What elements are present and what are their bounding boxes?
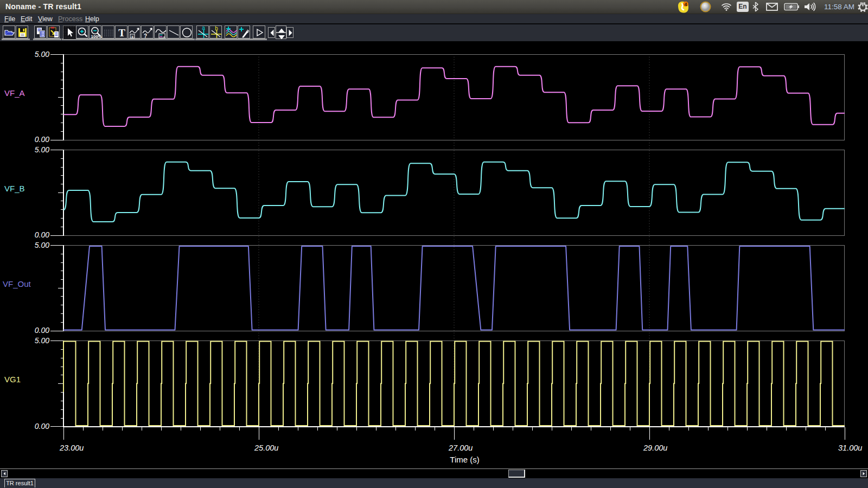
svg-text:VF_Out: VF_Out (3, 279, 31, 288)
svg-text:0.00: 0.00 (35, 135, 49, 144)
svg-text:0.00: 0.00 (35, 326, 49, 335)
svg-text:5.00: 5.00 (35, 145, 49, 154)
svg-text:Time (s): Time (s) (450, 455, 479, 464)
svg-text:31.00u: 31.00u (838, 444, 862, 452)
svg-text:0.00: 0.00 (35, 230, 49, 239)
svg-text:0.00: 0.00 (35, 422, 49, 431)
svg-text:29.00u: 29.00u (643, 444, 667, 452)
svg-text:27.00u: 27.00u (448, 444, 473, 452)
svg-text:VG1: VG1 (4, 375, 21, 384)
svg-text:VF_B: VF_B (4, 184, 25, 193)
svg-text:5.00: 5.00 (35, 336, 49, 345)
svg-text:VF_A: VF_A (4, 88, 25, 98)
svg-text:25.00u: 25.00u (254, 444, 278, 452)
svg-text:5.00: 5.00 (35, 50, 49, 59)
svg-text:5.00: 5.00 (35, 241, 49, 249)
svg-text:23.00u: 23.00u (59, 444, 84, 452)
